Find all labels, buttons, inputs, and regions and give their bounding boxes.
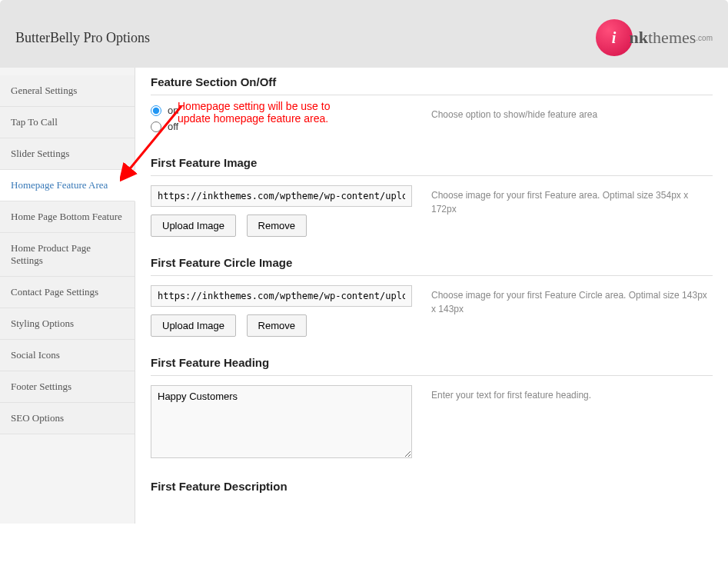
sidebar-item-styling-options[interactable]: Styling Options — [0, 308, 135, 340]
section-first-feature-heading: First Feature Heading Enter your text fo… — [151, 356, 713, 461]
body: General Settings Tap To Call Slider Sett… — [0, 68, 728, 524]
section-heading: First Feature Description — [151, 480, 713, 499]
sidebar-item-home-page-bottom-feature[interactable]: Home Page Bottom Feature — [0, 201, 135, 233]
header: ButterBelly Pro Options i nkthemes .com — [0, 0, 728, 68]
remove-button[interactable]: Remove — [247, 214, 307, 237]
sidebar-item-footer-settings[interactable]: Footer Settings — [0, 371, 135, 403]
app-container: ButterBelly Pro Options i nkthemes .com … — [0, 0, 728, 524]
brand-logo: i nkthemes .com — [596, 19, 713, 56]
sidebar-item-slider-settings[interactable]: Slider Settings — [0, 138, 135, 170]
sidebar-item-contact-page-settings[interactable]: Contact Page Settings — [0, 277, 135, 308]
help-text: Choose image for your first Feature Circ… — [431, 285, 713, 337]
radio-on[interactable] — [151, 105, 161, 116]
logo-tld: .com — [696, 34, 713, 42]
section-feature-toggle: Feature Section On/Off on off Choose opt… — [151, 75, 713, 137]
radio-on-label: on — [168, 105, 178, 116]
first-feature-heading-textarea[interactable] — [151, 385, 412, 458]
upload-image-button[interactable]: Upload Image — [151, 314, 236, 337]
sidebar-item-general-settings[interactable]: General Settings — [0, 75, 135, 107]
sidebar-item-seo-options[interactable]: SEO Options — [0, 403, 135, 434]
upload-image-button[interactable]: Upload Image — [151, 214, 236, 237]
radio-off[interactable] — [151, 121, 161, 132]
section-heading: Feature Section On/Off — [151, 75, 713, 95]
first-feature-circle-image-input[interactable] — [151, 285, 412, 307]
logo-icon: i — [596, 19, 633, 56]
section-first-feature-description: First Feature Description — [151, 480, 713, 499]
section-first-feature-image: First Feature Image Upload Image Remove … — [151, 156, 713, 237]
section-heading: First Feature Image — [151, 156, 713, 176]
help-text: Choose option to show/hide feature area — [431, 105, 713, 137]
logo-text: nkthemes — [630, 28, 696, 48]
radio-off-label: off — [168, 121, 178, 132]
help-text: Enter your text for first feature headin… — [431, 385, 713, 461]
sidebar-item-homepage-feature-area[interactable]: Homepage Feature Area — [0, 170, 135, 201]
page-title: ButterBelly Pro Options — [15, 30, 150, 46]
section-first-feature-circle-image: First Feature Circle Image Upload Image … — [151, 256, 713, 337]
section-heading: First Feature Circle Image — [151, 256, 713, 276]
main-content: Homepage setting will be use to update h… — [135, 68, 728, 524]
remove-button[interactable]: Remove — [247, 314, 307, 337]
sidebar-item-home-product-page-settings[interactable]: Home Product Page Settings — [0, 233, 135, 277]
sidebar: General Settings Tap To Call Slider Sett… — [0, 68, 135, 524]
first-feature-image-input[interactable] — [151, 185, 412, 207]
sidebar-item-social-icons[interactable]: Social Icons — [0, 340, 135, 371]
help-text: Choose image for your first Feature area… — [431, 185, 713, 237]
section-heading: First Feature Heading — [151, 356, 713, 376]
sidebar-item-tap-to-call[interactable]: Tap To Call — [0, 107, 135, 138]
